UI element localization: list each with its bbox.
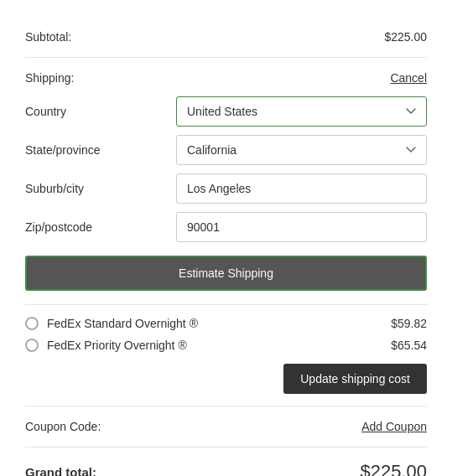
shipping-header: Shipping: Cancel	[25, 71, 427, 85]
add-coupon-link[interactable]: Add Coupon	[361, 420, 427, 433]
country-select[interactable]: United States	[176, 96, 427, 127]
shipping-option-name-1: FedEx Standard Overnight ®	[47, 317, 198, 330]
state-row: State/province California	[25, 135, 427, 165]
grand-total-label: Grand total:	[25, 465, 96, 477]
shipping-option-left-1: FedEx Standard Overnight ®	[25, 317, 198, 330]
country-label: Country	[25, 105, 176, 118]
update-shipping-button[interactable]: Update shipping cost	[283, 364, 427, 394]
update-btn-row: Update shipping cost	[25, 364, 427, 394]
zip-row: Zip/postcode	[25, 212, 427, 242]
subtotal-label: Subtotal:	[25, 30, 71, 44]
shipping-options: FedEx Standard Overnight ® $59.82 FedEx …	[25, 305, 427, 406]
coupon-row: Coupon Code: Add Coupon	[25, 406, 427, 448]
shipping-option-row: FedEx Standard Overnight ® $59.82	[25, 317, 427, 330]
coupon-label: Coupon Code:	[25, 420, 101, 433]
shipping-label: Shipping:	[25, 71, 74, 85]
estimate-shipping-button[interactable]: Estimate Shipping	[25, 256, 427, 291]
state-label: State/province	[25, 143, 176, 157]
zip-input[interactable]	[176, 212, 427, 242]
shipping-option-price-1: $59.82	[391, 317, 427, 330]
zip-label: Zip/postcode	[25, 220, 176, 234]
suburb-label: Suburb/city	[25, 182, 176, 195]
shipping-section: Shipping: Cancel Country United States S…	[25, 58, 427, 305]
state-select[interactable]: California	[176, 135, 427, 165]
shipping-option-name-2: FedEx Priority Overnight ®	[47, 339, 187, 352]
country-row: Country United States	[25, 96, 427, 127]
shipping-option-row-2: FedEx Priority Overnight ® $65.54	[25, 339, 427, 352]
subtotal-row: Subtotal: $225.00	[25, 17, 427, 58]
suburb-row: Suburb/city	[25, 173, 427, 204]
subtotal-value: $225.00	[384, 30, 427, 44]
grand-total-value: $225.00	[360, 461, 427, 476]
shipping-option-radio-2[interactable]	[25, 339, 39, 352]
cancel-link[interactable]: Cancel	[390, 71, 427, 85]
suburb-input[interactable]	[176, 173, 427, 204]
shipping-option-price-2: $65.54	[391, 339, 427, 352]
grand-total-row: Grand total: $225.00	[25, 448, 427, 476]
shipping-option-radio-1[interactable]	[25, 317, 39, 330]
shipping-option-left-2: FedEx Priority Overnight ®	[25, 339, 187, 352]
